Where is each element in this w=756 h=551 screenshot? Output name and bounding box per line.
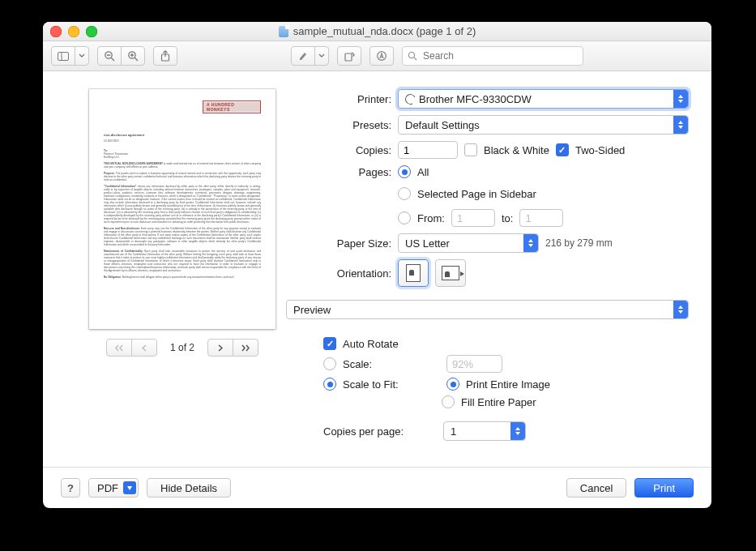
printer-value: Brother MFC-9330CDW (419, 93, 532, 105)
print-module-value: Preview (293, 304, 331, 316)
two-sided-label: Two-Sided (575, 144, 625, 156)
document-logo: A HUNDRED MONKEYS (203, 100, 261, 113)
orientation-label: Orientation: (318, 267, 391, 280)
search-icon (408, 51, 417, 61)
close-window-button[interactable] (50, 26, 62, 37)
scale-radio[interactable] (323, 357, 336, 370)
chevron-down-icon (318, 53, 325, 58)
hide-details-button[interactable]: Hide Details (147, 478, 231, 498)
window-title-text: sample_mutual_nda.docx (page 1 of 2) (293, 25, 476, 37)
double-chevron-right-icon (241, 344, 250, 352)
prev-page-button[interactable] (131, 339, 157, 357)
markup-toolbar-button[interactable] (369, 46, 394, 66)
cancel-button[interactable]: Cancel (566, 478, 626, 498)
highlight-menu-button[interactable] (314, 46, 329, 66)
zoom-out-icon (104, 50, 115, 62)
pages-all-label: All (417, 166, 429, 178)
document-icon (279, 26, 288, 37)
scale-to-fit-radio[interactable] (323, 378, 336, 391)
copies-label: Copies: (318, 144, 391, 156)
presets-value: Default Settings (405, 119, 480, 131)
rotate-button[interactable] (337, 46, 361, 66)
svg-line-14 (414, 58, 416, 60)
pages-to-label: to: (502, 212, 513, 224)
doc-date: 10 JUN 2019 (104, 139, 261, 143)
chevron-right-icon (217, 344, 224, 352)
orientation-landscape-button[interactable] (435, 259, 466, 287)
portrait-icon (406, 264, 421, 282)
landscape-icon (442, 266, 459, 280)
page-navigator: 1 of 2 (106, 339, 258, 357)
window-controls (50, 26, 97, 37)
share-icon (160, 50, 170, 62)
svg-line-3 (111, 58, 114, 61)
pages-all-radio[interactable] (398, 165, 411, 178)
help-button[interactable]: ? (61, 478, 80, 498)
chevron-down-icon (79, 53, 85, 58)
sidebar-icon (58, 52, 69, 61)
paper-size-label: Paper Size: (318, 237, 391, 250)
svg-line-6 (135, 58, 138, 61)
next-page-button[interactable] (207, 339, 233, 357)
highlighter-icon (298, 51, 309, 62)
copies-per-page-value: 1 (451, 425, 456, 438)
first-page-button[interactable] (106, 339, 132, 357)
print-entire-image-radio[interactable] (446, 378, 459, 391)
zoom-in-button[interactable] (121, 46, 145, 66)
zoom-window-button[interactable] (86, 26, 97, 37)
presets-select[interactable]: Default Settings (398, 115, 689, 135)
print-button[interactable]: Print (634, 478, 694, 498)
search-input[interactable] (421, 49, 578, 62)
zoom-out-button[interactable] (97, 46, 122, 66)
pages-selected-radio[interactable] (398, 187, 411, 200)
zoom-in-icon (127, 50, 139, 62)
rotate-icon (344, 51, 355, 62)
highlight-button[interactable] (291, 46, 315, 66)
paper-size-dimensions: 216 by 279 mm (545, 237, 613, 249)
paper-size-value: US Letter (405, 237, 450, 250)
auto-rotate-checkbox[interactable] (323, 337, 336, 350)
print-options-form: Printer: Brother MFC-9330CDW Presets: De… (318, 89, 689, 457)
last-page-button[interactable] (233, 339, 258, 357)
pages-from-input[interactable] (451, 209, 495, 227)
chevron-down-icon (123, 481, 136, 494)
copies-input[interactable] (398, 141, 458, 159)
orientation-portrait-button[interactable] (398, 259, 429, 287)
svg-rect-11 (345, 53, 352, 61)
svg-rect-0 (58, 52, 69, 60)
zoom-control (97, 46, 145, 66)
black-white-checkbox[interactable] (464, 143, 477, 156)
scale-label: Scale: (343, 358, 440, 370)
pdf-label: PDF (97, 482, 118, 494)
sidebar-menu-button[interactable] (75, 46, 89, 66)
sidebar-view-control[interactable] (51, 46, 89, 66)
dialog-footer: ? PDF Hide Details Cancel Print (43, 467, 711, 508)
share-button[interactable] (153, 46, 177, 66)
pages-to-input[interactable] (519, 209, 563, 227)
copies-per-page-select[interactable]: 1 (443, 421, 526, 441)
pdf-menu-button[interactable]: PDF (88, 478, 139, 498)
auto-rotate-label: Auto Rotate (343, 338, 399, 350)
print-entire-image-label: Print Entire Image (466, 378, 550, 391)
two-sided-checkbox[interactable] (556, 143, 569, 156)
printer-label: Printer: (318, 93, 391, 105)
pages-from-label: From: (417, 212, 445, 224)
chevron-left-icon (141, 344, 147, 352)
pages-label: Pages: (318, 166, 391, 178)
svg-point-13 (408, 52, 414, 58)
print-module-select[interactable]: Preview (286, 300, 689, 319)
paper-size-select[interactable]: US Letter (398, 233, 539, 253)
search-field[interactable] (402, 46, 583, 66)
scale-input (446, 355, 502, 373)
fill-entire-paper-radio[interactable] (442, 395, 455, 408)
sidebar-toggle-button[interactable] (51, 46, 75, 66)
minimize-window-button[interactable] (68, 26, 79, 37)
pages-selected-label: Selected Page in Sidebar (417, 188, 536, 200)
doc-heading: non-disclosure agreement (104, 133, 261, 137)
pages-from-radio[interactable] (398, 211, 411, 224)
markup-icon (376, 50, 387, 62)
scale-to-fit-label: Scale to Fit: (343, 378, 440, 391)
double-chevron-left-icon (114, 344, 124, 352)
copies-per-page-label: Copies per page: (323, 425, 437, 438)
printer-select[interactable]: Brother MFC-9330CDW (398, 89, 689, 109)
